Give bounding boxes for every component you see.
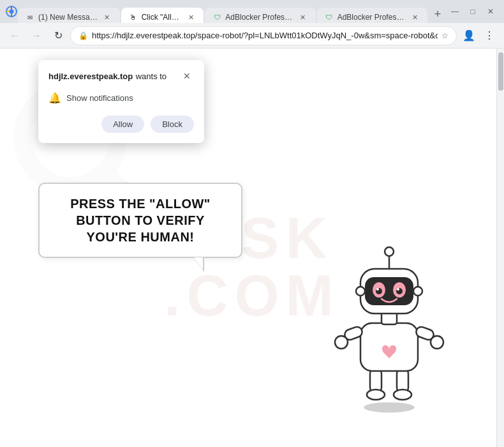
svg-point-7 [367, 390, 385, 400]
robot-character [325, 234, 453, 413]
tab-title-4: AdBlocker Professi... [337, 13, 406, 22]
block-button[interactable]: Block [151, 116, 194, 133]
speech-bubble-text: PRESS THE "ALLOW" BUTTON TO VERIFYYOU'RE… [55, 195, 226, 245]
address-bar[interactable] [92, 31, 438, 40]
page-content: RISK .COM hdjlz.everestpeak.top wants to… [0, 49, 504, 447]
svg-point-8 [394, 390, 411, 400]
svg-point-4 [364, 402, 415, 413]
popup-actions: Allow Block [48, 116, 194, 133]
popup-wants-label: wants to [136, 72, 167, 81]
popup-permission-text: Show notifications [66, 93, 133, 103]
tab-click-allow[interactable]: 🖱 Click "Allow" ✕ [121, 8, 204, 23]
speech-bubble-tail-inner [194, 257, 203, 270]
lock-icon: 🔒 [78, 31, 88, 40]
browser-window: ✉ (1) New Message! ✕ 🖱 Click "Allow" ✕ 🛡… [0, 0, 504, 447]
svg-rect-16 [365, 277, 413, 305]
tab-title-2: Click "Allow" [142, 13, 182, 22]
reload-button[interactable]: ↻ [48, 26, 68, 45]
svg-point-13 [431, 336, 443, 349]
bookmark-icon[interactable]: ☆ [441, 31, 448, 40]
close-button[interactable]: ✕ [482, 3, 499, 20]
tab-favicon-4: 🛡 [325, 13, 334, 22]
popup-header: hdjlz.everestpeak.top wants to ✕ [48, 69, 194, 83]
allow-button[interactable]: Allow [101, 116, 144, 133]
minimize-button[interactable]: — [447, 3, 463, 20]
tab-close-1[interactable]: ✕ [102, 12, 112, 22]
tab-title-1: (1) New Message! [38, 13, 98, 22]
tab-favicon-1: ✉ [26, 13, 34, 22]
svg-rect-9 [360, 323, 418, 371]
svg-point-22 [397, 288, 399, 291]
back-button[interactable]: ← [5, 26, 24, 45]
svg-point-21 [376, 288, 379, 291]
notification-popup: hdjlz.everestpeak.top wants to ✕ 🔔 Show … [38, 60, 204, 143]
window-controls: — □ ✕ [447, 3, 499, 20]
svg-point-24 [385, 247, 394, 256]
tab-favicon-2: 🖱 [129, 13, 138, 22]
add-tab-button[interactable]: + [429, 5, 447, 23]
svg-point-1 [10, 10, 14, 14]
maximize-button[interactable]: □ [464, 3, 481, 20]
address-bar-container[interactable]: 🔒 ☆ [70, 26, 457, 45]
forward-button[interactable]: → [27, 26, 46, 45]
popup-permission-row: 🔔 Show notifications [48, 89, 194, 107]
popup-close-button[interactable]: ✕ [180, 69, 194, 83]
tabs-container: ✉ (1) New Message! ✕ 🖱 Click "Allow" ✕ 🛡… [18, 0, 447, 23]
popup-site: hdjlz.everestpeak.top [48, 72, 133, 81]
tab-title-3: AdBlocker Professi... [225, 13, 293, 22]
nav-bar: ← → ↻ 🔒 ☆ 👤 ⋮ [0, 23, 504, 49]
tab-adblocker-2[interactable]: 🛡 AdBlocker Professi... ✕ [317, 8, 427, 23]
svg-point-11 [335, 336, 348, 349]
tab-close-2[interactable]: ✕ [186, 12, 196, 22]
scrollbar-thumb[interactable] [498, 52, 503, 91]
profile-button[interactable]: 👤 [459, 26, 478, 45]
svg-point-25 [356, 287, 365, 296]
title-bar: ✉ (1) New Message! ✕ 🖱 Click "Allow" ✕ 🛡… [0, 0, 504, 23]
svg-point-26 [413, 287, 422, 296]
speech-bubble-wrapper: PRESS THE "ALLOW" BUTTON TO VERIFYYOU'RE… [38, 183, 242, 258]
bell-icon: 🔔 [48, 92, 61, 104]
scrollbar[interactable] [496, 49, 504, 447]
chrome-icon [5, 5, 18, 18]
menu-button[interactable]: ⋮ [480, 26, 499, 45]
robot-svg [325, 234, 453, 413]
tab-close-3[interactable]: ✕ [298, 12, 308, 22]
nav-right-buttons: 👤 ⋮ [459, 26, 499, 45]
tab-favicon-3: 🛡 [212, 13, 221, 22]
speech-bubble: PRESS THE "ALLOW" BUTTON TO VERIFYYOU'RE… [38, 183, 242, 258]
tab-adblocker-1[interactable]: 🛡 AdBlocker Professi... ✕ [205, 8, 315, 23]
popup-site-wants: hdjlz.everestpeak.top wants to [48, 70, 167, 82]
tab-close-4[interactable]: ✕ [410, 12, 420, 22]
tab-new-message[interactable]: ✉ (1) New Message! ✕ [18, 8, 120, 23]
